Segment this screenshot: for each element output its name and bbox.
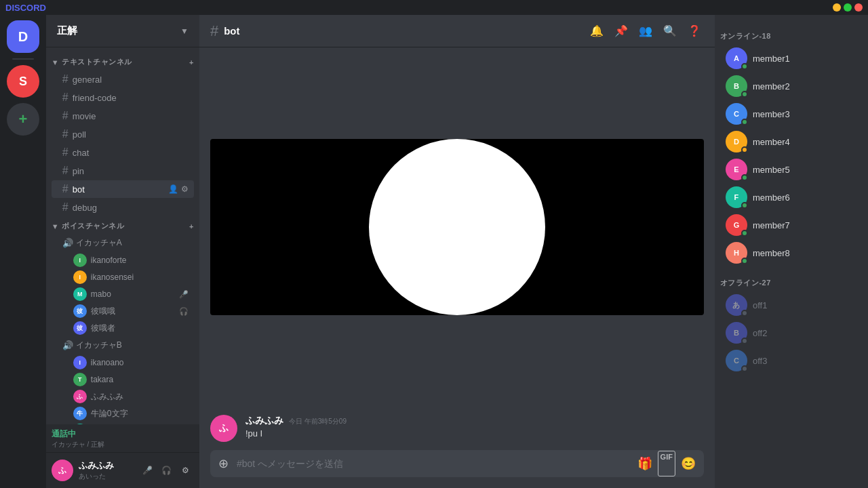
voice-user-avatar: I: [73, 253, 87, 267]
member-name: member3: [753, 109, 790, 119]
channel-header-name: bot: [224, 25, 239, 37]
voice-user-ikanoforte[interactable]: I ikanoforte: [52, 252, 194, 268]
member-name: off1: [753, 300, 767, 310]
voice-user-ikanosensei[interactable]: I ikanosensei: [52, 269, 194, 285]
message-item: ふ ふみふみ 今日 午前3時5分09 !pu I: [210, 412, 704, 445]
voice-user-2[interactable]: 彼 彼哦者: [52, 320, 194, 336]
status-dot: [741, 119, 748, 125]
message-username: ふみふみ: [245, 415, 283, 427]
member-initial: C: [734, 110, 739, 118]
voice-user-avatar: 彼: [73, 304, 87, 318]
notification-icon[interactable]: 🔔: [587, 22, 606, 40]
member-item[interactable]: D member4: [720, 128, 863, 155]
user-area: ふ ふみふみ あいった 🎤 🎧 ⚙: [46, 453, 199, 488]
voice-channels-category[interactable]: ▼ ボイスチャンネル +: [46, 217, 199, 234]
message-area: ふ ふみふみ 今日 午前3時5分09 !pu I: [199, 47, 715, 450]
voice-user-fumifumi[interactable]: ふ ふみふみ: [52, 388, 194, 405]
voice-username: 彼哦哦: [91, 306, 175, 317]
voice-user-takara[interactable]: T takara: [52, 371, 194, 388]
help-icon[interactable]: ❓: [685, 22, 704, 40]
input-area: ⊕ 🎁 GIF 😊: [199, 450, 715, 488]
voice-user-1[interactable]: 彼 彼哦哦 🎧: [52, 303, 194, 319]
channel-item-friend-code[interactable]: # friend-code: [52, 89, 194, 106]
member-item[interactable]: H member8: [720, 239, 863, 266]
emoji-icon[interactable]: 😊: [678, 451, 698, 476]
add-channel-icon[interactable]: +: [189, 58, 194, 66]
voice-username: ふみふみ: [91, 391, 189, 403]
member-item[interactable]: F member6: [720, 184, 863, 211]
member-avatar: B: [726, 75, 747, 97]
text-channels-label: テキストチャンネル: [62, 57, 132, 67]
voice-status-label: 通話中: [52, 428, 194, 440]
member-initial: あ: [732, 300, 740, 310]
channel-item-bot[interactable]: # bot 👤 ⚙: [52, 180, 194, 198]
channel-header-hash-icon: #: [210, 22, 218, 40]
gif-icon[interactable]: GIF: [658, 451, 675, 476]
channel-item-chat[interactable]: # chat: [52, 144, 194, 161]
headphones-button[interactable]: 🎧: [159, 462, 175, 479]
status-dot: [741, 63, 748, 70]
voice-user-avatar: I: [73, 270, 87, 284]
voice-user-mabo[interactable]: M mabo 🎤: [52, 286, 194, 302]
voice-username: ikanosensei: [91, 272, 189, 282]
settings-button[interactable]: ⚙: [178, 462, 194, 479]
voice-user-ushiron[interactable]: 牛 牛論0文字: [52, 405, 194, 422]
member-name: off2: [753, 328, 767, 338]
hash-icon: #: [62, 165, 68, 177]
message-input[interactable]: [237, 450, 629, 477]
pin-icon[interactable]: 📌: [612, 22, 631, 40]
voice-username: 彼哦者: [91, 323, 189, 334]
member-item-offline[interactable]: C off3: [720, 347, 863, 374]
channel-add-member-icon[interactable]: 👤: [168, 184, 178, 194]
channel-item-general[interactable]: # general: [52, 70, 194, 88]
channel-item-poll[interactable]: # poll: [52, 125, 194, 143]
member-name: member8: [753, 248, 790, 258]
add-voice-channel-icon[interactable]: +: [189, 222, 194, 230]
member-item[interactable]: A member1: [720, 45, 863, 72]
channel-settings-icon[interactable]: ⚙: [181, 184, 189, 194]
main-content: # bot 🔔 📌 👥 🔍 ❓ ふ ふみふみ: [199, 15, 715, 488]
app-logo: DISCORD: [5, 3, 46, 13]
member-item[interactable]: C member3: [720, 100, 863, 127]
voice-channel-label: イカッチャA: [76, 237, 122, 249]
member-item-offline[interactable]: あ off1: [720, 291, 863, 319]
server-icon-main[interactable]: D: [7, 20, 39, 53]
channel-item-movie[interactable]: # movie: [52, 107, 194, 125]
mic-button[interactable]: 🎤: [140, 462, 156, 479]
member-avatar: G: [726, 214, 747, 236]
member-item[interactable]: G member7: [720, 211, 863, 239]
member-name: member1: [753, 54, 790, 64]
voice-channel-ikaccha-a[interactable]: 🔊 イカッチャA: [52, 235, 194, 251]
user-info: ふみふみ あいった: [79, 460, 134, 481]
attachment-icon[interactable]: ⊕: [216, 451, 231, 476]
channel-name: friend-code: [73, 93, 117, 103]
sidebar-header[interactable]: 正解 ▼: [46, 15, 199, 47]
voice-user-ikanoano[interactable]: I ikanoano: [52, 354, 194, 371]
message-body: ふみふみ 今日 午前3時5分09 !pu I: [245, 415, 704, 442]
channel-item-debug[interactable]: # debug: [52, 199, 194, 216]
status-dot: [741, 258, 748, 264]
members-icon[interactable]: 👥: [636, 22, 655, 40]
server-icon-add[interactable]: +: [7, 103, 39, 136]
member-item-offline[interactable]: B off2: [720, 319, 863, 346]
member-name: member6: [753, 192, 790, 203]
member-initial: B: [734, 329, 739, 337]
close-button[interactable]: [854, 3, 863, 12]
image-embed: [199, 47, 715, 407]
hash-icon: #: [62, 110, 68, 122]
minimize-button[interactable]: [833, 3, 841, 12]
voice-username: mabo: [91, 289, 175, 299]
search-icon[interactable]: 🔍: [660, 22, 679, 40]
member-item[interactable]: E member5: [720, 156, 863, 183]
server-icon-1[interactable]: S: [7, 65, 39, 98]
status-dot: [741, 146, 748, 153]
image-container: [210, 139, 704, 315]
voice-channel-ikaccha-b[interactable]: 🔊 イカッチャB: [52, 337, 194, 354]
maximize-button[interactable]: [844, 3, 852, 12]
member-initial: C: [734, 357, 739, 365]
gift-icon[interactable]: 🎁: [635, 451, 655, 476]
channel-item-pin[interactable]: # pin: [52, 162, 194, 180]
status-dot: [741, 310, 748, 317]
member-item[interactable]: B member2: [720, 73, 863, 100]
text-channels-category[interactable]: ▼ テキストチャンネル +: [46, 53, 199, 70]
